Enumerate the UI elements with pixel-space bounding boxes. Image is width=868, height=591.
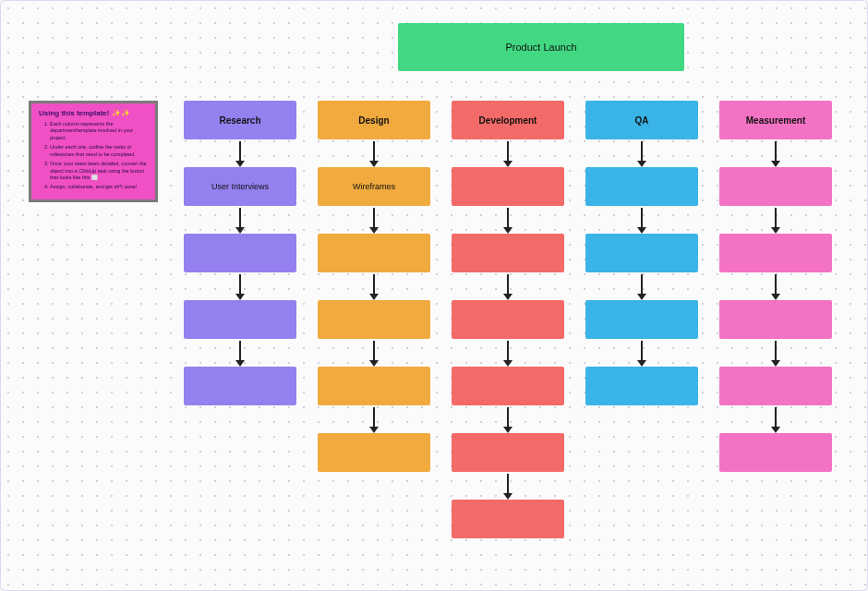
- column-header-research[interactable]: Research: [184, 101, 296, 139]
- task-box[interactable]: [719, 167, 832, 206]
- column-header-qa[interactable]: QA: [585, 101, 698, 139]
- instructions-sticky-note[interactable]: Using this template! ✨✨ Each column repr…: [29, 101, 158, 202]
- task-box[interactable]: [585, 300, 698, 339]
- task-box[interactable]: [452, 367, 564, 405]
- task-box[interactable]: [318, 300, 430, 339]
- task-box[interactable]: [452, 167, 564, 206]
- columns-container: ResearchUser InterviewsDesignWireframesD…: [184, 101, 832, 538]
- task-box[interactable]: User Interviews: [184, 167, 296, 206]
- arrow-down-icon: [368, 206, 380, 234]
- task-box[interactable]: [719, 300, 832, 339]
- task-box[interactable]: [719, 433, 832, 472]
- sticky-instruction-item: Each column represents the department/te…: [50, 121, 150, 141]
- task-box-label: User Interviews: [211, 182, 269, 191]
- arrow-down-icon: [636, 206, 647, 234]
- task-box-label: Research: [219, 115, 260, 126]
- arrow-down-icon: [770, 339, 781, 367]
- sticky-instruction-item: Once your tasks been detailed, convert t…: [50, 161, 150, 181]
- task-box[interactable]: [719, 234, 832, 272]
- arrow-down-icon: [636, 139, 647, 167]
- column-design: DesignWireframes: [318, 101, 430, 538]
- task-box-label: Development: [479, 115, 537, 126]
- arrow-down-icon: [502, 405, 513, 433]
- task-box[interactable]: [452, 234, 564, 272]
- column-header-measurement[interactable]: Measurement: [719, 101, 832, 139]
- arrow-down-icon: [636, 272, 647, 300]
- column-development: Development: [452, 101, 564, 538]
- sticky-title: Using this template! ✨✨: [39, 109, 150, 117]
- task-box[interactable]: [184, 367, 296, 405]
- project-title-banner[interactable]: Product Launch: [398, 23, 684, 71]
- task-box[interactable]: [585, 167, 698, 206]
- task-box[interactable]: [452, 433, 564, 472]
- arrow-down-icon: [770, 206, 781, 234]
- task-box[interactable]: [318, 234, 430, 272]
- column-header-development[interactable]: Development: [452, 101, 564, 139]
- sticky-instruction-list: Each column represents the department/te…: [39, 121, 150, 191]
- task-box[interactable]: Wireframes: [318, 167, 430, 206]
- task-box[interactable]: [318, 367, 430, 405]
- project-title-text: Product Launch: [505, 42, 576, 53]
- arrow-down-icon: [368, 339, 380, 367]
- arrow-down-icon: [502, 139, 513, 167]
- arrow-down-icon: [502, 272, 513, 300]
- arrow-down-icon: [770, 272, 781, 300]
- arrow-down-icon: [502, 339, 513, 367]
- whiteboard-canvas[interactable]: Product Launch Using this template! ✨✨ E…: [0, 0, 868, 591]
- task-box-label: Design: [358, 115, 389, 126]
- task-box-label: Wireframes: [353, 182, 395, 191]
- arrow-down-icon: [770, 139, 781, 167]
- arrow-down-icon: [502, 206, 513, 234]
- column-research: ResearchUser Interviews: [184, 101, 296, 538]
- task-box-label: QA: [635, 115, 649, 126]
- task-box[interactable]: [184, 234, 296, 272]
- task-box[interactable]: [452, 300, 564, 339]
- sticky-instruction-item: Under each one, outline the tasks or mil…: [50, 144, 150, 158]
- arrow-down-icon: [636, 339, 647, 367]
- task-box[interactable]: [184, 300, 296, 339]
- column-header-design[interactable]: Design: [318, 101, 430, 139]
- column-measurement: Measurement: [719, 101, 832, 538]
- arrow-down-icon: [235, 339, 246, 367]
- task-box[interactable]: [452, 500, 564, 538]
- task-box-label: Measurement: [746, 115, 805, 126]
- column-qa: QA: [585, 101, 698, 538]
- arrow-down-icon: [368, 405, 380, 433]
- task-box[interactable]: [585, 367, 698, 405]
- arrow-down-icon: [770, 405, 781, 433]
- task-box[interactable]: [585, 234, 698, 272]
- arrow-down-icon: [502, 472, 513, 500]
- arrow-down-icon: [235, 139, 246, 167]
- arrow-down-icon: [368, 272, 380, 300]
- arrow-down-icon: [368, 139, 380, 167]
- task-box[interactable]: [719, 367, 832, 405]
- sticky-instruction-item: Assign, collaborate, and get sh*t done!: [50, 184, 150, 190]
- arrow-down-icon: [235, 206, 246, 234]
- arrow-down-icon: [235, 272, 246, 300]
- task-box[interactable]: [318, 433, 430, 472]
